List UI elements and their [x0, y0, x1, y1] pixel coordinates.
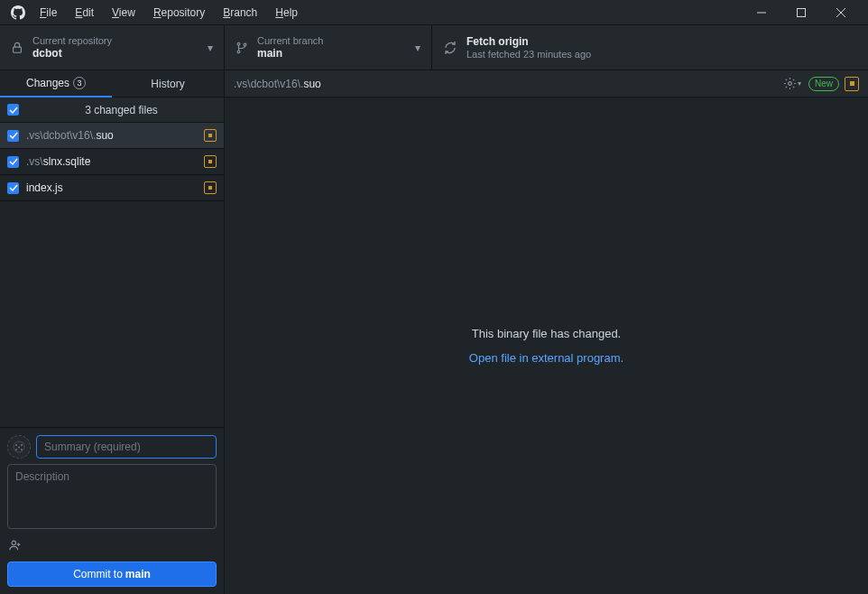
svg-point-6	[237, 50, 240, 52]
file-path: .vs\slnx.sqlite	[26, 155, 197, 168]
github-logo-icon	[11, 5, 25, 20]
tab-changes[interactable]: Changes 3	[0, 70, 112, 97]
fetch-origin-button[interactable]: Fetch origin Last fetched 23 minutes ago	[432, 25, 649, 70]
svg-rect-1	[798, 8, 806, 16]
header-row: Current repository dcbot ▾ Current branc…	[0, 25, 868, 70]
sidebar: Changes 3 History 3 changed files .vs\dc…	[0, 70, 225, 594]
svg-point-10	[21, 444, 23, 446]
titlebar: File Edit View Repository Branch Help	[0, 0, 868, 25]
maximize-button[interactable]	[781, 0, 821, 25]
changes-count-badge: 3	[73, 77, 86, 89]
chevron-down-icon: ▾	[798, 79, 801, 88]
modified-icon	[204, 129, 217, 142]
svg-point-5	[237, 42, 240, 45]
branch-selector[interactable]: Current branch main ▾	[225, 25, 432, 70]
gear-icon	[783, 77, 797, 90]
avatar-placeholder-icon	[12, 440, 26, 454]
summary-input[interactable]	[36, 435, 217, 459]
svg-point-7	[244, 43, 246, 46]
tab-changes-label: Changes	[26, 77, 69, 89]
menubar: File Edit View Repository Branch Help	[32, 5, 305, 21]
menu-branch[interactable]: Branch	[216, 5, 264, 21]
svg-point-11	[15, 449, 17, 450]
select-all-checkbox[interactable]	[7, 104, 19, 116]
branch-label: Current branch	[257, 35, 323, 46]
repo-selector[interactable]: Current repository dcbot ▾	[0, 25, 225, 70]
menu-file[interactable]: File	[32, 5, 64, 21]
repo-label: Current repository	[32, 35, 112, 46]
sidebar-tabs: Changes 3 History	[0, 70, 224, 97]
git-branch-icon	[235, 42, 248, 54]
menu-view[interactable]: View	[105, 5, 143, 21]
chevron-down-icon: ▾	[415, 42, 420, 54]
svg-point-15	[789, 82, 792, 86]
file-row[interactable]: index.js	[0, 175, 224, 201]
sync-icon	[443, 41, 457, 55]
tab-history[interactable]: History	[112, 70, 224, 97]
modified-icon	[204, 155, 217, 168]
changed-files-label: 3 changed files	[26, 104, 217, 116]
minimize-button[interactable]	[742, 0, 781, 25]
modified-icon	[204, 181, 217, 194]
diff-body: This binary file has changed. Open file …	[225, 97, 868, 594]
new-badge[interactable]: New	[808, 77, 839, 91]
close-button[interactable]	[821, 0, 861, 25]
file-checkbox[interactable]	[7, 130, 19, 142]
file-checkbox[interactable]	[7, 156, 19, 168]
diff-header: .vs\dcbot\v16\.suo ▾ New	[225, 70, 868, 97]
file-row[interactable]: .vs\dcbot\v16\.suo	[0, 123, 224, 149]
diff-filepath: .vs\dcbot\v16\.suo	[234, 78, 776, 90]
chevron-down-icon: ▾	[208, 42, 213, 54]
diff-panel: .vs\dcbot\v16\.suo ▾ New This binary fil…	[225, 70, 868, 594]
file-path: .vs\dcbot\v16\.suo	[26, 129, 197, 142]
diff-settings-button[interactable]: ▾	[781, 75, 803, 92]
svg-point-14	[12, 541, 15, 544]
fetch-label: Fetch origin	[466, 35, 591, 48]
window-controls	[742, 0, 861, 25]
repo-value: dcbot	[32, 47, 112, 60]
svg-point-9	[15, 444, 17, 446]
svg-point-13	[18, 447, 20, 449]
tab-history-label: History	[151, 78, 184, 90]
description-input[interactable]	[7, 464, 217, 529]
open-external-link[interactable]: Open file in external program.	[469, 351, 623, 365]
menu-repository[interactable]: Repository	[146, 5, 212, 21]
menu-help[interactable]: Help	[268, 5, 305, 21]
binary-message: This binary file has changed.	[472, 327, 621, 340]
commit-button[interactable]: Commit to main	[7, 562, 217, 587]
file-path: index.js	[26, 181, 197, 194]
add-coauthor-button[interactable]	[7, 534, 217, 556]
file-list: .vs\dcbot\v16\.suo .vs\slnx.sqlite index…	[0, 123, 224, 427]
person-add-icon	[9, 539, 22, 552]
file-checkbox[interactable]	[7, 182, 19, 194]
menu-edit[interactable]: Edit	[68, 5, 101, 21]
modified-indicator[interactable]	[845, 77, 859, 91]
branch-value: main	[257, 47, 323, 60]
file-row[interactable]: .vs\slnx.sqlite	[0, 149, 224, 175]
svg-point-12	[21, 449, 23, 450]
avatar[interactable]	[7, 435, 31, 459]
lock-icon	[11, 42, 23, 54]
commit-form: Commit to main	[0, 427, 224, 594]
fetch-sub: Last fetched 23 minutes ago	[466, 49, 591, 60]
svg-rect-4	[14, 47, 22, 52]
changed-files-header: 3 changed files	[0, 97, 224, 123]
